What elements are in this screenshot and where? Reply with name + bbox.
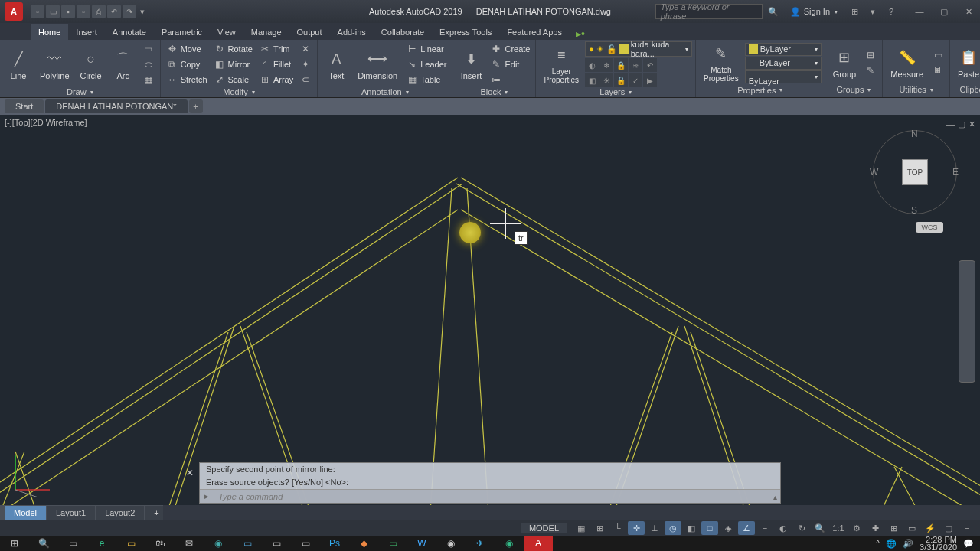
edit-button[interactable]: ✎Edit — [488, 57, 532, 72]
hatch-button[interactable]: ▦ — [140, 72, 157, 87]
workspace-icon[interactable]: ⊞ — [885, 521, 902, 535]
arc-button[interactable]: ⌒Arc — [108, 47, 139, 82]
qat-customize-icon[interactable]: ▾ — [138, 5, 147, 18]
viewcube-top[interactable]: TOP — [902, 159, 928, 185]
layer-off-icon[interactable]: ◐ — [585, 58, 599, 72]
layer-lock-icon[interactable]: 🔒 — [614, 58, 628, 72]
ellipse-button[interactable]: ⬭ — [140, 57, 157, 72]
tray-up-icon[interactable]: ^ — [876, 539, 880, 548]
explode-button[interactable]: ✦ — [297, 57, 314, 72]
iso-icon[interactable]: ◧ — [683, 521, 700, 535]
tab-express[interactable]: Express Tools — [432, 24, 499, 40]
app1-icon[interactable]: ▭ — [233, 536, 262, 551]
circle-button[interactable]: ○Circle — [76, 47, 106, 82]
qat-redo-icon[interactable]: ↷ — [122, 5, 136, 18]
layer-dropdown[interactable]: ●☀🔓 kuda kuda bara...▾ — [585, 41, 692, 57]
a360-icon[interactable]: ⊞ — [847, 4, 862, 19]
annovis-icon[interactable]: ✚ — [867, 521, 884, 535]
app-icon[interactable]: A — [5, 2, 23, 21]
3dsnap-icon[interactable]: ◈ — [720, 521, 737, 535]
notifications-icon[interactable]: 💬 — [963, 539, 974, 549]
tab-annotate[interactable]: Annotate — [105, 24, 154, 40]
cycling-icon[interactable]: ↻ — [793, 521, 810, 535]
cleanscreen-icon[interactable]: ▢ — [940, 521, 957, 535]
layer-walk-icon[interactable]: ▶ — [643, 73, 657, 87]
app5-icon[interactable]: ▭ — [378, 536, 407, 551]
hwacc-icon[interactable]: ⚡ — [922, 521, 939, 535]
help-icon[interactable]: ? — [884, 4, 899, 19]
measure-button[interactable]: 📏Measure — [886, 45, 928, 80]
viewcube-n[interactable]: N — [911, 129, 918, 139]
explorer-icon[interactable]: ▭ — [116, 536, 145, 551]
viewcube[interactable]: N S E W TOP — [873, 130, 957, 214]
scale-dropdown[interactable]: 1:1 — [830, 521, 847, 535]
search-submit-icon[interactable]: 🔍 — [766, 4, 781, 19]
paste-button[interactable]: 📋Paste — [953, 45, 980, 80]
gear-icon[interactable]: ⚙ — [848, 521, 865, 535]
dynamic-input[interactable]: tr — [514, 231, 528, 245]
vp-maximize-icon[interactable]: ▢ — [958, 119, 965, 129]
customize-icon[interactable]: ≡ — [959, 521, 975, 535]
drawing-area[interactable]: [-][Top][2D Wireframe] — ▢ ✕ — [0, 115, 980, 505]
wcs-badge[interactable]: WCS — [916, 222, 943, 233]
qat-plot-icon[interactable]: ⎙ — [92, 5, 106, 18]
viewcube-w[interactable]: W — [870, 167, 878, 178]
file-tab-doc[interactable]: DENAH LATIHAN POTONGAN* — [45, 99, 187, 113]
layout-tab-2[interactable]: Layout2 — [96, 506, 144, 520]
minimize-button[interactable]: — — [908, 4, 931, 19]
tab-home[interactable]: Home — [31, 24, 68, 40]
grid-icon[interactable]: ▦ — [573, 521, 590, 535]
rotate-button[interactable]: ↻Rotate — [211, 41, 255, 57]
tab-view[interactable]: View — [210, 24, 243, 40]
snap-icon[interactable]: ⊞ — [591, 521, 608, 535]
infer-icon[interactable]: └ — [609, 521, 626, 535]
trim-button[interactable]: ✂Trim — [256, 41, 296, 57]
tab-add-icon[interactable]: ▸• — [570, 28, 591, 40]
maximize-button[interactable]: ▢ — [933, 4, 956, 19]
erase-button[interactable]: ✕ — [297, 41, 314, 57]
leader-button[interactable]: ↘Leader — [403, 57, 449, 72]
ungroup-icon[interactable]: ⊟ — [862, 47, 879, 63]
rectangle-button[interactable]: ▭ — [140, 41, 157, 57]
qat-open-icon[interactable]: ▭ — [46, 5, 60, 18]
exchange-icon[interactable]: ▾ — [865, 4, 880, 19]
copy-button[interactable]: ⧉Copy — [164, 57, 210, 72]
tab-collaborate[interactable]: Collaborate — [374, 24, 432, 40]
fillet-button[interactable]: ◜Fillet — [256, 57, 296, 72]
tab-output[interactable]: Output — [289, 24, 330, 40]
tab-parametric[interactable]: Parametric — [154, 24, 210, 40]
layer-prev-icon[interactable]: ↶ — [643, 58, 657, 72]
select-icon[interactable]: ▭ — [929, 47, 946, 63]
scale-button[interactable]: ⤢Scale — [211, 72, 255, 87]
tray-volume-icon[interactable]: 🔊 — [903, 539, 913, 549]
chrome-icon[interactable]: ◉ — [436, 536, 466, 551]
layer-properties-button[interactable]: ≡Layer Properties — [539, 43, 583, 86]
polyline-button[interactable]: 〰Polyline — [35, 47, 74, 82]
search-icon[interactable]: 🔍 — [29, 536, 58, 551]
cmd-input[interactable]: Type a command — [218, 492, 283, 501]
monitor-icon[interactable]: ▭ — [903, 521, 920, 535]
tray-network-icon[interactable]: 🌐 — [886, 539, 897, 549]
qat-save-icon[interactable]: ▪ — [61, 5, 75, 18]
lw-display-icon[interactable]: ≡ — [756, 521, 773, 535]
viewcube-s[interactable]: S — [911, 205, 917, 216]
tab-addins[interactable]: Add-ins — [330, 24, 374, 40]
layer-freeze-icon[interactable]: ❄ — [599, 58, 613, 72]
otrack-icon[interactable]: ∠ — [738, 521, 755, 535]
osnap-icon[interactable]: □ — [701, 521, 718, 535]
ortho-icon[interactable]: ⊥ — [646, 521, 663, 535]
autocad-task-icon[interactable]: A — [524, 536, 553, 551]
transparency-icon[interactable]: ◐ — [775, 521, 792, 535]
qat-saveas-icon[interactable]: ▫ — [77, 5, 90, 18]
search-input[interactable]: Type a keyword or phrase — [655, 4, 763, 19]
viewport-label[interactable]: [-][Top][2D Wireframe] — [5, 118, 87, 127]
qat-new-icon[interactable]: ▫ — [31, 5, 44, 18]
task-view-icon[interactable]: ▭ — [58, 536, 87, 551]
camera-icon[interactable]: ◉ — [204, 536, 233, 551]
dimension-button[interactable]: ⟷Dimension — [353, 47, 402, 82]
linear-button[interactable]: ⊢Linear — [403, 41, 449, 57]
navigation-bar[interactable] — [959, 260, 975, 383]
file-tab-add-icon[interactable]: + — [189, 99, 203, 113]
match-properties-button[interactable]: ✎Match Properties — [699, 41, 743, 84]
layer-thaw-icon[interactable]: ☀ — [599, 73, 613, 87]
